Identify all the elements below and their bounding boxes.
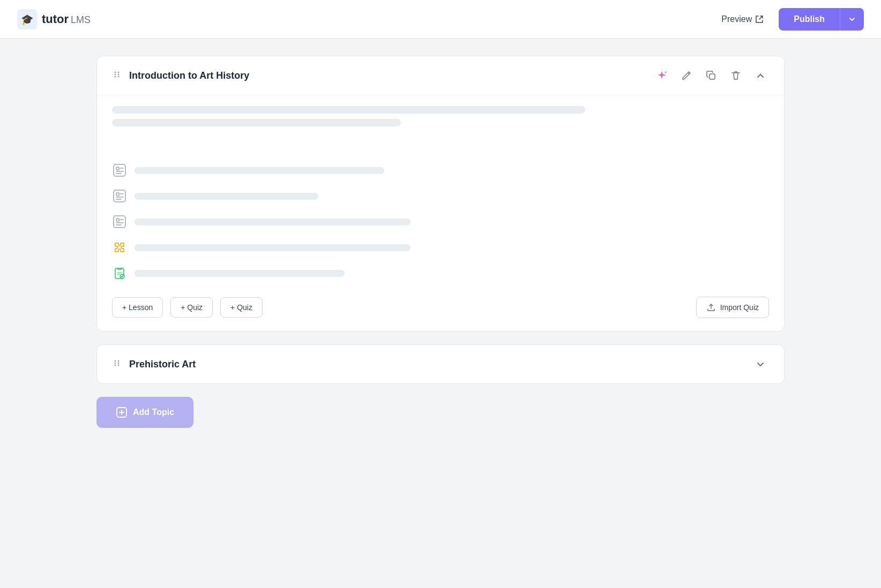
trash-icon xyxy=(730,70,741,81)
sparkle-icon xyxy=(656,70,668,81)
svg-text:🎓: 🎓 xyxy=(21,13,34,25)
svg-point-30 xyxy=(115,362,116,364)
lesson-type-icon xyxy=(113,189,126,203)
svg-point-28 xyxy=(115,360,116,361)
svg-point-2 xyxy=(115,71,116,73)
add-topic-label: Add Topic xyxy=(133,408,174,417)
publish-button[interactable]: Publish xyxy=(779,8,840,31)
collapse-button-1[interactable] xyxy=(752,67,769,84)
svg-rect-19 xyxy=(114,216,125,228)
expand-button-2[interactable] xyxy=(752,356,769,373)
chevron-down-icon xyxy=(848,15,856,24)
publish-chevron-button[interactable] xyxy=(840,8,864,31)
item-skeleton-3 xyxy=(135,218,410,225)
logo-icon: 🎓 xyxy=(17,9,38,29)
external-link-icon xyxy=(755,15,764,24)
topic-1-skeleton xyxy=(97,95,784,147)
edit-icon xyxy=(681,70,692,81)
svg-point-7 xyxy=(118,76,120,77)
logo: 🎓 tutor LMS xyxy=(17,9,91,29)
delete-button-1[interactable] xyxy=(727,67,744,84)
svg-point-33 xyxy=(118,364,120,366)
preview-label: Preview xyxy=(721,14,752,24)
drag-icon xyxy=(112,70,122,79)
svg-point-6 xyxy=(115,76,116,77)
lesson-icon-3 xyxy=(112,214,127,229)
lesson-type-icon xyxy=(113,215,126,229)
svg-rect-20 xyxy=(116,218,119,221)
svg-point-31 xyxy=(118,362,120,364)
edit-button-1[interactable] xyxy=(678,67,695,84)
topic-card-1: Introduction to Art History xyxy=(96,56,785,331)
add-content-buttons: + Lesson + Quiz + Quiz xyxy=(112,297,263,318)
topic-1-title: Introduction to Art History xyxy=(129,70,249,81)
quiz-icon-1 xyxy=(112,240,127,255)
list-item xyxy=(112,235,769,260)
lesson-icon-2 xyxy=(112,189,127,203)
svg-point-3 xyxy=(118,71,120,73)
item-skeleton-1 xyxy=(135,167,384,174)
svg-point-4 xyxy=(115,73,116,75)
add-topic-button[interactable]: Add Topic xyxy=(96,397,193,428)
item-skeleton-2 xyxy=(135,193,318,200)
duplicate-button-1[interactable] xyxy=(703,67,720,84)
chevron-down-icon xyxy=(755,359,766,370)
add-quiz-label-1: + Quiz xyxy=(181,303,203,312)
cloud-upload-icon xyxy=(706,303,716,312)
svg-rect-8 xyxy=(710,74,715,79)
skeleton-line-2 xyxy=(112,119,401,126)
main-content: Introduction to Art History xyxy=(0,39,881,445)
add-quiz-label-2: + Quiz xyxy=(230,303,252,312)
duplicate-icon xyxy=(706,70,716,81)
list-item xyxy=(112,209,769,235)
svg-rect-15 xyxy=(116,193,119,195)
ai-sparkle-button[interactable] xyxy=(653,67,670,84)
svg-point-32 xyxy=(115,364,116,366)
topic-card-2: Prehistoric Art xyxy=(96,344,785,384)
svg-rect-9 xyxy=(114,164,125,176)
drag-handle-2[interactable] xyxy=(112,358,122,371)
topic-2-header: Prehistoric Art xyxy=(97,345,784,383)
item-skeleton-4 xyxy=(135,244,410,251)
publish-group: Publish xyxy=(779,8,864,31)
topic-1-header: Introduction to Art History xyxy=(97,56,784,95)
plus-square-icon xyxy=(116,406,128,418)
topic-2-title: Prehistoric Art xyxy=(129,359,196,370)
topic-1-header-left: Introduction to Art History xyxy=(112,70,249,82)
list-item xyxy=(112,157,769,183)
svg-rect-14 xyxy=(114,190,125,202)
list-item xyxy=(112,260,769,286)
topic-1-items xyxy=(97,147,784,286)
import-quiz-label: Import Quiz xyxy=(720,303,759,312)
topic-1-actions xyxy=(653,67,769,84)
preview-button[interactable]: Preview xyxy=(715,10,770,28)
quiz-type-icon xyxy=(113,240,126,254)
logo-text: tutor LMS xyxy=(42,12,91,26)
import-quiz-button[interactable]: Import Quiz xyxy=(696,297,769,318)
add-quiz-button-2[interactable]: + Quiz xyxy=(220,297,263,318)
assignment-type-icon xyxy=(113,266,126,280)
add-lesson-button[interactable]: + Lesson xyxy=(112,297,163,318)
lesson-type-icon xyxy=(113,163,126,177)
topic-1-action-bar: + Lesson + Quiz + Quiz Import Quiz xyxy=(97,286,784,331)
svg-rect-10 xyxy=(116,167,119,170)
item-skeleton-5 xyxy=(135,270,345,277)
topic-2-header-left: Prehistoric Art xyxy=(112,358,196,371)
list-item xyxy=(112,183,769,209)
topic-2-actions xyxy=(752,356,769,373)
drag-handle-1[interactable] xyxy=(112,70,122,82)
app-header: 🎓 tutor LMS Preview Publish xyxy=(0,0,881,39)
lesson-icon-1 xyxy=(112,163,127,178)
svg-point-5 xyxy=(118,73,120,75)
skeleton-line-1 xyxy=(112,106,585,114)
chevron-up-icon xyxy=(755,70,766,81)
add-lesson-label: + Lesson xyxy=(122,303,153,312)
svg-point-29 xyxy=(118,360,120,361)
drag-icon xyxy=(112,358,122,368)
header-actions: Preview Publish xyxy=(715,8,864,31)
assignment-icon-1 xyxy=(112,266,127,281)
add-quiz-button-1[interactable]: + Quiz xyxy=(170,297,213,318)
